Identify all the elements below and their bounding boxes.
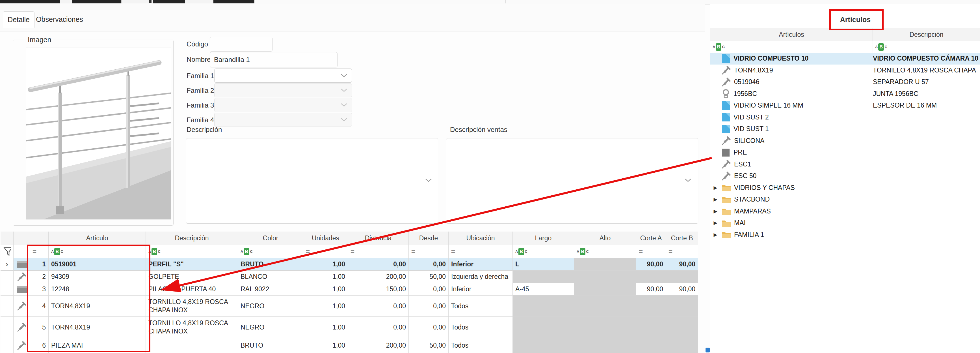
cell-expander[interactable] <box>0 295 14 317</box>
cell-corteB[interactable] <box>666 338 698 353</box>
cell-distancia[interactable]: 0,00 <box>348 295 409 317</box>
cell-largo[interactable] <box>513 271 574 283</box>
cell-largo[interactable]: A-45 <box>513 283 574 295</box>
column-header-corteA[interactable]: Corte A <box>636 232 666 245</box>
filter-equals-icon[interactable]: = <box>668 248 673 256</box>
column-header-descripcion[interactable]: Descripción <box>873 28 980 41</box>
filter-cell[interactable]: ABC <box>513 245 574 258</box>
cell-corteB[interactable]: 90,00 <box>666 258 698 271</box>
cell-unidades[interactable]: 1,00 <box>303 338 348 353</box>
descripcion-textarea[interactable] <box>186 138 438 224</box>
tree-item-torn4-8x19[interactable]: TORN4,8X19TORNILLO 4,8X19 ROSCA CHAPA <box>710 64 980 77</box>
column-header-ubicacion[interactable]: Ubicación <box>449 232 513 245</box>
familia1-select[interactable] <box>214 69 352 83</box>
cell-alto[interactable] <box>574 295 636 317</box>
table-row[interactable]: 6PIEZA MAIBRUTO1,00200,0050,00Todos <box>0 338 698 353</box>
column-header-alto[interactable]: Alto <box>574 232 636 245</box>
filter-equals-icon[interactable]: = <box>32 248 37 256</box>
filter-cell[interactable]: = <box>636 245 666 258</box>
cell-unidades[interactable]: 1,00 <box>303 283 348 295</box>
cell-num[interactable]: 6 <box>30 338 49 353</box>
filter-abc-icon[interactable]: ABC <box>577 248 589 256</box>
tree-item-silicona[interactable]: SILICONA <box>710 135 980 147</box>
cell-distancia[interactable]: 150,00 <box>348 283 409 295</box>
cell-color[interactable]: RAL 9022 <box>238 283 303 295</box>
cell-corteA[interactable]: 90,00 <box>636 258 666 271</box>
cell-unidades[interactable]: 1,00 <box>303 258 348 271</box>
expand-arrow-icon[interactable]: ▶ <box>713 196 718 203</box>
cell-unidades[interactable]: 1,00 <box>303 295 348 317</box>
column-header-largo[interactable]: Largo <box>513 232 574 245</box>
cell-desde[interactable]: 50,00 <box>409 271 449 283</box>
cell-alto[interactable] <box>574 338 636 353</box>
cell-unidades[interactable]: 1,00 <box>303 271 348 283</box>
cell-icon[interactable] <box>14 258 30 271</box>
filter-abc-icon[interactable]: ABC <box>873 41 980 53</box>
cell-descripcion[interactable]: TORNILLO 4,8X19 ROSCA CHAPA INOX <box>146 295 238 317</box>
cell-color[interactable]: BRUTO <box>238 338 303 353</box>
cell-descripcion[interactable]: PILASTRA PUERTA 40 <box>146 283 238 295</box>
cell-corteB[interactable] <box>666 295 698 317</box>
cell-articulo[interactable]: TORN4,8X19 <box>49 317 146 338</box>
cell-ubicacion[interactable]: Izquierda y derecha <box>449 271 513 283</box>
filter-equals-icon[interactable]: = <box>411 248 415 256</box>
cell-corteB[interactable] <box>666 271 698 283</box>
tree-item-familia-1[interactable]: ▶FAMILIA 1 <box>710 229 980 241</box>
cell-descripcion[interactable]: PERFIL "S" <box>146 258 238 271</box>
descripcion-ventas-textarea[interactable] <box>446 138 698 224</box>
filter-abc-icon[interactable]: ABC <box>51 248 63 256</box>
cell-distancia[interactable]: 200,00 <box>348 338 409 353</box>
cell-ubicacion[interactable]: Inferior <box>449 258 513 271</box>
filter-cell[interactable]: = <box>409 245 449 258</box>
cell-alto[interactable] <box>574 258 636 271</box>
table-row[interactable]: 4TORN4,8X19TORNILLO 4,8X19 ROSCA CHAPA I… <box>0 295 698 317</box>
nombre-input[interactable]: Barandilla 1 <box>210 52 337 67</box>
cell-desde[interactable]: 50,00 <box>409 338 449 353</box>
cell-corteA[interactable] <box>636 338 666 353</box>
cell-largo[interactable] <box>513 317 574 338</box>
cell-distancia[interactable]: 0,00 <box>348 317 409 338</box>
cell-ubicacion[interactable]: Todos <box>449 295 513 317</box>
cell-desde[interactable]: 0,00 <box>409 295 449 317</box>
filter-cell[interactable]: ABC <box>574 245 636 258</box>
expand-arrow-icon[interactable]: ▶ <box>713 208 718 214</box>
filter-equals-icon[interactable]: = <box>350 248 355 256</box>
table-row[interactable]: 294309GOLPETEBLANCO1,00200,0050,00Izquie… <box>0 271 698 283</box>
scrollbar-thumb[interactable] <box>706 348 710 353</box>
tree-item-vidrio-compuesto-10[interactable]: VIDRIO COMPUESTO 10VIDRIO COMPUESTO CÁMA… <box>710 53 980 64</box>
cell-articulo[interactable]: 12248 <box>49 283 146 295</box>
tree-item-vid-sust-2[interactable]: VID SUST 2 <box>710 112 980 123</box>
tab-articulos[interactable]: Artículos <box>830 12 881 27</box>
cell-alto[interactable] <box>574 271 636 283</box>
filter-cell[interactable]: = <box>303 245 348 258</box>
column-header-articulos[interactable]: Artículos <box>710 28 873 41</box>
tree-item-esc1[interactable]: ESC1 <box>710 158 980 171</box>
codigo-input[interactable] <box>210 37 272 51</box>
filter-abc-icon[interactable]: ABC <box>148 248 161 256</box>
panel-splitter[interactable] <box>705 4 705 353</box>
expand-arrow-icon[interactable]: ▶ <box>713 185 718 191</box>
cell-corteB[interactable]: 90,00 <box>666 283 698 295</box>
column-header-color[interactable]: Color <box>238 232 303 245</box>
tree-item-vidrios-y-chapas[interactable]: ▶VIDRIOS Y CHAPAS <box>710 182 980 194</box>
familia3-select[interactable] <box>214 98 352 112</box>
tree-item-vidrio-simple-16-mm[interactable]: VIDRIO SIMPLE 16 MMESPESOR DE 16 MM <box>710 100 980 112</box>
cell-expander[interactable] <box>0 317 14 338</box>
filter-abc-icon[interactable]: ABC <box>515 248 527 256</box>
column-header-distancia[interactable]: Distancia <box>348 232 409 245</box>
cell-num[interactable]: 5 <box>30 317 49 338</box>
table-row[interactable]: 5TORN4,8X19TORNILLO 4,8X19 ROSCA CHAPA I… <box>0 317 698 338</box>
filter-cell[interactable]: ABC <box>238 245 303 258</box>
column-header-descripcion[interactable]: Descripción <box>146 232 238 245</box>
tab-observaciones[interactable]: Observaciones <box>36 11 83 27</box>
cell-descripcion[interactable]: GOLPETE <box>146 271 238 283</box>
tree-item-vid-sust-1[interactable]: VID SUST 1 <box>710 123 980 135</box>
tree-item-esc-50[interactable]: ESC 50 <box>710 170 980 182</box>
column-header-empty[interactable] <box>0 232 14 245</box>
cell-num[interactable]: 4 <box>30 295 49 317</box>
cell-ubicacion[interactable]: Todos <box>449 317 513 338</box>
cell-expander[interactable] <box>0 271 14 283</box>
cell-expander[interactable]: › <box>0 258 14 271</box>
cell-num[interactable]: 3 <box>30 283 49 295</box>
filter-equals-icon[interactable]: = <box>451 248 455 256</box>
